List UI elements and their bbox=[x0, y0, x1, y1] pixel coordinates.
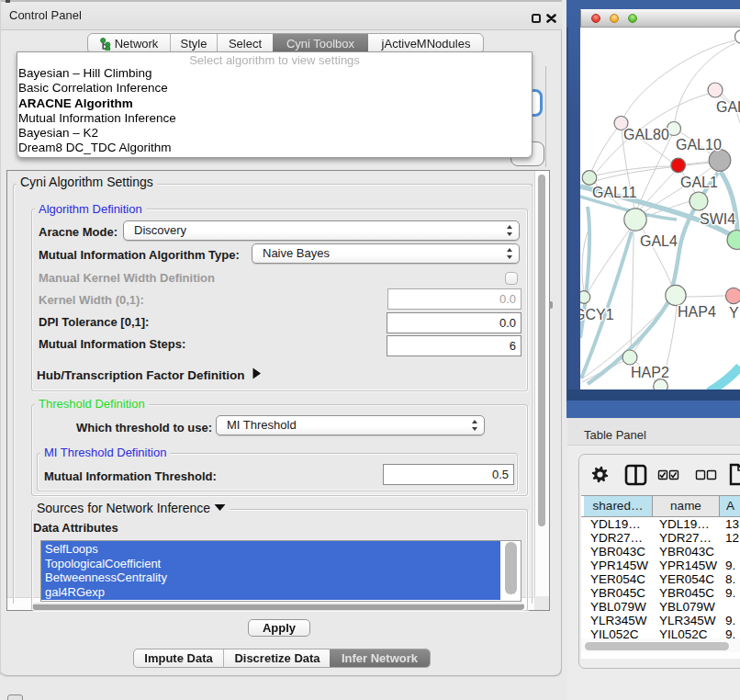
svg-text:GAL10: GAL10 bbox=[676, 137, 722, 152]
svg-text:GAL80: GAL80 bbox=[623, 127, 669, 142]
svg-text:GCY1: GCY1 bbox=[580, 307, 614, 322]
svg-text:GAL11: GAL11 bbox=[592, 185, 637, 200]
svg-text:Y: Y bbox=[729, 305, 739, 321]
svg-text:HAP2: HAP2 bbox=[631, 365, 669, 380]
svg-text:GAL1: GAL1 bbox=[680, 175, 718, 190]
svg-text:GAL4: GAL4 bbox=[640, 233, 678, 249]
svg-text:HAP4: HAP4 bbox=[678, 304, 716, 320]
svg-text:GAL7: GAL7 bbox=[716, 99, 740, 115]
svg-text:SWI4: SWI4 bbox=[700, 211, 735, 227]
